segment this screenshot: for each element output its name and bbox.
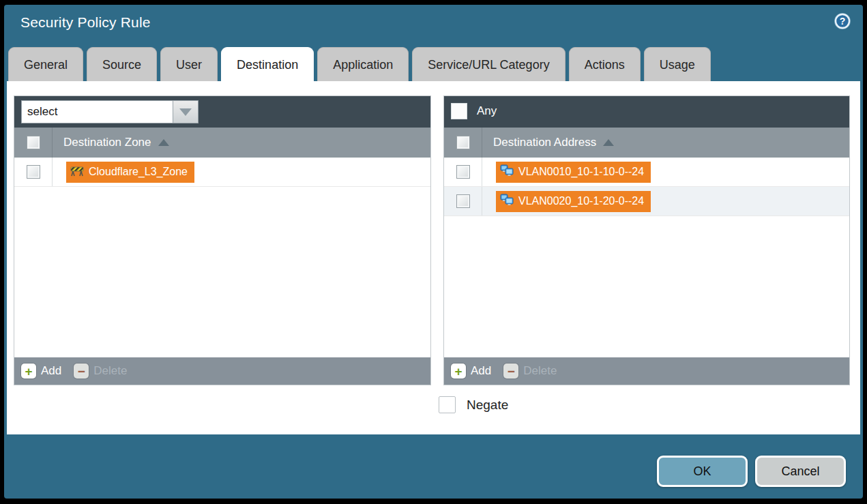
zone-icon [70,165,84,179]
zone-column-title[interactable]: Destination Zone [63,136,151,149]
ok-button[interactable]: OK [657,456,748,487]
address-icon [500,194,514,209]
zone-select-all-checkbox[interactable] [27,136,40,149]
tab-destination[interactable]: Destination [221,47,314,81]
any-checkbox[interactable] [451,103,467,119]
zone-panel-toolbar: + Add − Delete [14,357,430,385]
tab-source[interactable]: Source [87,47,157,81]
tab-actions[interactable]: Actions [569,47,641,81]
address-panel-toolbar: + Add − Delete [444,357,849,385]
sort-ascending-icon[interactable] [158,139,169,146]
negate-row: Negate [439,396,508,413]
delete-zone-button[interactable]: − Delete [74,364,127,379]
destination-address-panel: Any Destination Address [443,95,850,385]
address-panel-topbar: Any [444,96,849,128]
address-chip[interactable]: VLAN0020_10-1-20-0--24 [496,191,651,212]
help-icon[interactable]: ? [833,12,852,31]
zone-row-checkbox[interactable] [27,165,40,179]
svg-text:?: ? [840,16,846,27]
address-column-title[interactable]: Destination Address [493,136,596,149]
chevron-down-icon [179,108,192,116]
address-row-checkbox[interactable] [456,165,470,179]
dialog-title: Security Policy Rule [20,14,151,31]
tab-strip: General Source User Destination Applicat… [8,47,711,81]
address-rows: VLAN0010_10-1-10-0--24 [444,158,849,357]
sort-ascending-icon[interactable] [603,139,614,146]
zone-select-input[interactable] [21,100,173,123]
zone-select-combo [21,100,199,123]
tab-general[interactable]: General [8,47,83,81]
tab-service-url-category[interactable]: Service/URL Category [412,47,565,81]
add-address-button[interactable]: + Add [451,364,491,379]
address-row-checkbox[interactable] [456,194,470,208]
table-row[interactable]: VLAN0020_10-1-20-0--24 [444,187,849,216]
delete-address-button[interactable]: − Delete [503,364,557,379]
address-row-label: VLAN0010_10-1-10-0--24 [518,166,644,178]
table-row[interactable]: Cloudflare_L3_Zone [14,158,430,187]
address-icon [500,164,514,179]
title-bar: Security Policy Rule ? [4,5,863,43]
table-row[interactable]: VLAN0010_10-1-10-0--24 [444,158,849,187]
address-row-label: VLAN0020_10-1-20-0--24 [518,195,644,207]
delete-icon: − [74,364,89,379]
security-policy-rule-dialog: Security Policy Rule ? General Source Us… [4,5,863,499]
cancel-button[interactable]: Cancel [755,456,846,487]
address-column-header: Destination Address [444,128,849,158]
zone-rows: Cloudflare_L3_Zone [14,158,430,357]
any-label: Any [477,104,497,118]
zone-panel-topbar [14,96,430,128]
zone-column-header: Destination Zone [14,128,430,158]
address-select-all-checkbox[interactable] [456,136,470,149]
tab-application[interactable]: Application [317,47,409,81]
zone-select-dropdown-button[interactable] [173,100,199,123]
negate-checkbox[interactable] [439,396,456,413]
zone-chip[interactable]: Cloudflare_L3_Zone [66,162,194,183]
address-chip[interactable]: VLAN0010_10-1-10-0--24 [496,162,651,183]
add-icon: + [451,364,466,379]
add-icon: + [21,364,36,379]
tab-usage[interactable]: Usage [644,47,711,81]
negate-label: Negate [467,398,508,413]
zone-row-label: Cloudflare_L3_Zone [89,166,188,178]
destination-zone-panel: Destination Zone [14,95,431,385]
destination-tab-content: Destination Zone [7,81,860,434]
add-zone-button[interactable]: + Add [21,364,61,379]
delete-icon: − [503,364,518,379]
tab-user[interactable]: User [160,47,218,81]
